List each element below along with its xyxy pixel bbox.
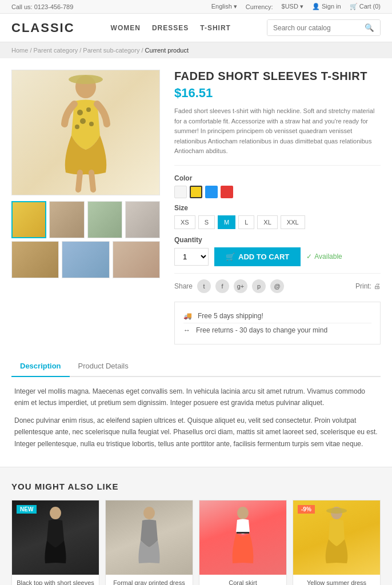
phone-link[interactable]: 0123-456-789 [34,3,74,10]
share-facebook[interactable]: f [215,279,229,293]
color-swatch-red[interactable] [221,186,233,198]
nav-tshirt[interactable]: T-SHIRT [200,24,231,32]
share-google[interactable]: g+ [234,279,247,293]
shipping-text-1: Free 5 days shipping! [198,312,263,320]
thumbnail-3[interactable] [87,201,122,238]
svg-point-14 [326,508,347,514]
svg-line-7 [78,173,80,190]
top-bar: Call us: 0123-456-789 English ▾ Currency… [0,0,392,14]
product-section: FADED SHORT SLEEVES T-SHIRT $16.51 Faded… [0,58,392,356]
product-img-svg-3 [226,506,260,569]
description-para-1: Integer vel mollis magna. Maecenas eget … [14,386,378,409]
tab-product-details[interactable]: Product Details [70,356,137,377]
nav-dresses[interactable]: DRESSES [152,24,189,32]
thumbnail-7[interactable] [113,241,160,278]
recommendations-section: YOU MIGHT ALSO LIKE NEW Black top with s… [0,467,392,585]
product-tabs: Description Product Details [11,356,381,377]
availability: ✓ Available [306,253,342,261]
nav-women[interactable]: WOMEN [111,24,141,32]
call-label: Call us: [11,3,33,10]
header: CLASSIC WOMEN DRESSES T-SHIRT 🔍 [0,14,392,42]
svg-point-3 [86,107,91,112]
product-card-name-3: Coral skirt [204,579,282,585]
size-xl[interactable]: XL [257,215,277,229]
svg-point-6 [75,125,79,129]
svg-point-9 [50,507,61,519]
svg-line-8 [91,173,93,190]
product-image-svg [49,73,123,193]
color-swatch-blue[interactable] [205,186,218,198]
product-card-name-4: Yellow summer dress [298,579,375,585]
currency-label: Currency: [246,3,273,10]
search-input[interactable] [267,20,359,35]
color-options [174,186,381,198]
search-button[interactable]: 🔍 [359,20,380,35]
tab-description[interactable]: Description [11,356,70,377]
product-card-image-1: NEW [12,500,99,575]
logo[interactable]: CLASSIC [11,21,75,35]
thumbnail-row-2 [11,241,160,278]
cart-link[interactable]: 🛒 Cart (0) [350,3,381,10]
product-card-info-2: Formal gray printed dress $19.99 [106,575,193,585]
language-selector[interactable]: English ▾ [211,3,237,10]
color-swatch-white[interactable] [174,186,187,198]
tab-content-description: Integer vel mollis magna. Maecenas eget … [11,386,381,450]
svg-point-5 [89,122,94,126]
product-card-info-1: Black top with short sleeves $19.99 [12,575,99,585]
quantity-label: Quantity [174,236,381,244]
product-card-2[interactable]: Formal gray printed dress $19.99 [105,500,193,585]
size-s[interactable]: S [198,215,215,229]
shipping-item-1: 🚚 Free 5 days shipping! [183,309,371,323]
product-card-name-1: Black top with short sleeves [17,579,94,585]
description-para-2: Donec pulvinar enim risus, ac eleifend s… [14,415,378,450]
product-img-svg-1 [38,506,73,569]
breadcrumb-current: Current product [145,47,189,54]
size-l[interactable]: L [238,215,254,229]
currency-selector[interactable]: $USD ▾ [282,3,303,10]
add-to-cart-button[interactable]: 🛒 ADD TO CART [214,247,301,266]
size-m[interactable]: M [218,215,235,229]
color-swatch-yellow[interactable] [190,186,202,198]
product-card-1[interactable]: NEW Black top with short sleeves $19.99 [11,500,99,585]
size-options: XS S M L XL XXL [174,215,381,229]
thumbnail-1[interactable] [11,201,46,238]
main-nav: WOMEN DRESSES T-SHIRT [111,24,231,32]
breadcrumb: Home / Parent category / Parent sub-cate… [0,42,392,58]
thumbnail-2[interactable] [49,201,84,238]
svg-point-10 [143,507,155,519]
top-bar-contact: Call us: 0123-456-789 [11,3,73,10]
signin-link[interactable]: 👤 Sign in [312,3,341,10]
size-xxl[interactable]: XXL [281,215,305,229]
color-label: Color [174,174,381,182]
breadcrumb-parent[interactable]: Parent category [34,47,78,54]
shipping-info: 🚚 Free 5 days shipping! ↔ Free returns -… [174,302,381,344]
product-card-3[interactable]: Coral skirt $19.99 [199,500,287,585]
share-pinterest[interactable]: p [252,279,266,293]
quantity-select[interactable]: 1 2 3 [174,248,209,266]
breadcrumb-home[interactable]: Home [11,47,28,54]
svg-point-1 [69,75,103,84]
thumbnail-6[interactable] [62,241,109,278]
share-email[interactable]: @ [270,279,284,293]
product-grid: NEW Black top with short sleeves $19.99 [11,500,381,585]
main-image-placeholder [12,70,159,195]
product-card-info-4: Yellow summer dress $29.29 $19.99 [293,575,380,585]
main-product-image[interactable] [11,70,160,195]
product-card-4[interactable]: -9% Yellow summer dress $29.29 $19.99 [293,500,381,585]
breadcrumb-sub[interactable]: Parent sub-category [83,47,139,54]
print-label[interactable]: Print: 🖨 [355,282,381,290]
product-card-info-3: Coral skirt $19.99 [199,575,286,585]
search-box: 🔍 [267,19,381,36]
badge-new-1: NEW [17,505,37,514]
thumbnail-row-1 [11,201,160,238]
shipping-text-2: Free returns - 30 days to change your mi… [196,326,327,334]
thumbnail-5[interactable] [11,241,59,278]
badge-sale-4: -9% [298,505,315,514]
truck-icon: 🚚 [183,312,192,320]
product-card-image-3 [199,500,286,575]
thumbnail-4[interactable] [125,201,160,238]
size-xs[interactable]: XS [174,215,195,229]
product-description: Faded short sleeves t-shirt with high ne… [174,106,381,166]
share-twitter[interactable]: t [197,279,211,293]
product-card-image-4: -9% [293,500,380,575]
